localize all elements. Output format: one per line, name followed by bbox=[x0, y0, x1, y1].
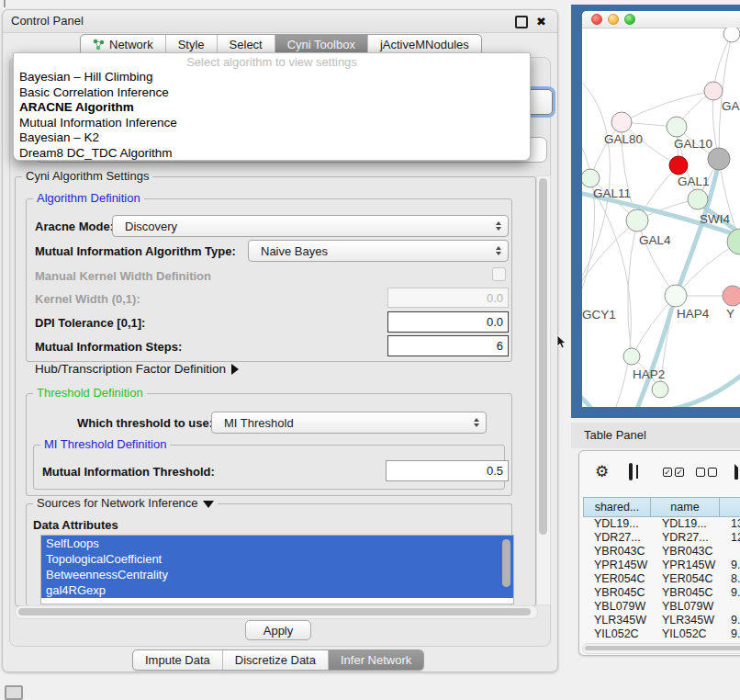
table-cell: YPR145W bbox=[583, 559, 651, 572]
network-node[interactable] bbox=[626, 209, 648, 231]
close-window-icon[interactable] bbox=[591, 14, 602, 25]
network-node-label: GAL bbox=[722, 99, 740, 113]
network-node[interactable] bbox=[582, 169, 600, 187]
algorithm-option[interactable]: Bayesian – K2 bbox=[14, 130, 530, 146]
close-panel-icon[interactable]: ✖ bbox=[536, 16, 546, 28]
apply-button[interactable]: Apply bbox=[245, 620, 311, 640]
table-row[interactable]: YLR345WYLR345W9. bbox=[583, 614, 740, 627]
algorithm-option[interactable]: Bayesian – Hill Climbing bbox=[14, 70, 530, 85]
table-row[interactable]: YBR043CYBR043C bbox=[583, 545, 740, 559]
network-node[interactable] bbox=[623, 348, 640, 365]
which-threshold-combobox[interactable]: MI Threshold bbox=[211, 412, 487, 434]
unselect-all-checkboxes-icon[interactable] bbox=[696, 468, 717, 477]
network-node[interactable] bbox=[611, 112, 632, 132]
tab-cyni-toolbox[interactable]: Cyni Toolbox bbox=[275, 35, 367, 54]
table-column-header[interactable] bbox=[720, 497, 740, 517]
dpi-tolerance-field[interactable]: 0.0 bbox=[387, 311, 509, 333]
tab-infer-network[interactable]: Infer Network bbox=[328, 650, 423, 670]
network-graph[interactable]: GALGAL80GAL10GAL1GAL11SWI4GAL4GCY1HAP4YH… bbox=[582, 28, 740, 407]
table-row[interactable]: YBL079WYBL079W bbox=[583, 600, 740, 614]
combo-arrows-icon bbox=[474, 418, 479, 427]
network-node-label: GAL10 bbox=[674, 137, 712, 151]
table-row[interactable]: YIL052CYIL052C9. bbox=[583, 627, 740, 641]
list-vscrollbar-thumb[interactable] bbox=[502, 539, 510, 587]
dpi-tolerance-label: DPI Tolerance [0,1]: bbox=[35, 316, 145, 330]
kernel-width-field[interactable]: 0.0 bbox=[387, 288, 509, 308]
expander-collapsed-icon bbox=[231, 364, 239, 375]
table-hscrollbar-thumb[interactable] bbox=[585, 646, 740, 650]
data-attributes-list[interactable]: SelfLoopsTopologicalCoefficientBetweenne… bbox=[40, 535, 514, 604]
settings-vscrollbar-track[interactable] bbox=[536, 175, 551, 605]
control-panel-titlebar: Control Panel ✖ bbox=[3, 10, 557, 33]
network-node[interactable] bbox=[708, 148, 730, 170]
network-edge bbox=[582, 391, 597, 407]
mi-algorithm-type-combobox[interactable]: Naive Bayes bbox=[248, 240, 509, 262]
algorithm-option[interactable]: ARACNE Algorithm bbox=[14, 100, 530, 116]
network-node[interactable] bbox=[704, 82, 723, 100]
tab-style[interactable]: Style bbox=[165, 35, 217, 54]
table-hscrollbar-track[interactable] bbox=[582, 643, 740, 654]
dropdown-placeholder: Select algorithm to view settings bbox=[14, 53, 530, 70]
data-attribute-item[interactable]: SelfLoops bbox=[41, 536, 513, 551]
tab-select[interactable]: Select bbox=[217, 35, 275, 54]
split-view-icon[interactable] bbox=[629, 463, 633, 480]
data-attribute-item[interactable]: TopologicalCoefficient bbox=[41, 551, 513, 567]
algorithm-option[interactable]: Dream8 DC_TDC Algorithm bbox=[14, 146, 530, 162]
algorithm-option[interactable]: Basic Correlation Inference bbox=[14, 85, 530, 101]
minimized-panel-icon[interactable] bbox=[5, 685, 23, 700]
zoom-window-icon[interactable] bbox=[624, 14, 635, 25]
network-node[interactable] bbox=[667, 117, 687, 137]
table-row[interactable]: YDR27...YDR27...12 bbox=[583, 531, 740, 545]
table-row[interactable]: YDL19...YDL19...13 bbox=[583, 517, 740, 531]
table-settings-gear-icon[interactable]: ⚙ bbox=[595, 464, 609, 480]
hub-definition-label: Hub/Transcription Factor Definition bbox=[35, 362, 226, 376]
mi-steps-field[interactable]: 6 bbox=[387, 335, 509, 356]
manual-kernel-width-checkbox[interactable] bbox=[492, 267, 506, 281]
network-node-label: GAL1 bbox=[678, 175, 710, 188]
tab-jactivemnodules[interactable]: jActiveMNodules bbox=[367, 35, 481, 54]
table-cell: YER054C bbox=[583, 572, 651, 586]
tab-impute-data[interactable]: Impute Data bbox=[133, 650, 222, 670]
table-cell: 9. bbox=[720, 614, 740, 627]
table-cell: YBL079W bbox=[583, 600, 651, 614]
table-panel-titlebar: Table Panel bbox=[571, 423, 740, 448]
table-row[interactable]: YER054CYER054C8. bbox=[583, 572, 740, 586]
settings-vscrollbar-thumb[interactable] bbox=[539, 178, 547, 535]
table-column-header[interactable]: shared... bbox=[583, 497, 651, 517]
aracne-mode-combobox[interactable]: Discovery bbox=[112, 215, 509, 237]
select-all-checkboxes-icon[interactable]: ✓✓ bbox=[663, 468, 684, 477]
table-header-row[interactable]: shared...name bbox=[583, 497, 740, 517]
network-node[interactable] bbox=[665, 285, 687, 307]
network-node[interactable] bbox=[669, 156, 688, 175]
network-node[interactable] bbox=[723, 286, 740, 306]
float-panel-icon[interactable] bbox=[515, 16, 528, 28]
table-column-header[interactable]: name bbox=[651, 497, 720, 517]
network-edge bbox=[622, 91, 713, 122]
network-node[interactable] bbox=[688, 189, 708, 209]
table-cell: YDR27... bbox=[651, 531, 720, 545]
table-row[interactable]: YBR045CYBR045C9. bbox=[583, 586, 740, 600]
network-tab-icon bbox=[93, 39, 105, 51]
network-node[interactable] bbox=[723, 28, 740, 42]
algorithm-option[interactable]: Mutual Information Inference bbox=[14, 116, 530, 131]
minimize-window-icon[interactable] bbox=[608, 14, 619, 25]
data-attribute-item[interactable]: gal4RGexp bbox=[41, 582, 513, 598]
table-cell: YDL19... bbox=[583, 517, 651, 531]
algorithm-dropdown-popup: Select algorithm to view settings Bayesi… bbox=[13, 52, 531, 161]
table-cell: YDR27... bbox=[583, 531, 651, 545]
tab-network[interactable]: Network bbox=[81, 35, 165, 54]
settings-hscrollbar-thumb[interactable] bbox=[18, 608, 531, 615]
table-row[interactable]: YPR145WYPR145W9. bbox=[583, 559, 740, 572]
settings-hscrollbar-track[interactable] bbox=[15, 605, 538, 619]
new-document-icon[interactable] bbox=[734, 462, 738, 480]
data-attribute-item[interactable]: BetweennessCentrality bbox=[41, 567, 513, 582]
network-node[interactable] bbox=[652, 381, 668, 398]
mi-algorithm-type-value: Naive Bayes bbox=[261, 244, 328, 258]
window-edge-fragment bbox=[4, 0, 6, 7]
table-cell: YIL052C bbox=[583, 627, 651, 641]
network-node-label: GCY1 bbox=[582, 308, 616, 322]
tab-discretize-data[interactable]: Discretize Data bbox=[222, 650, 328, 670]
mi-threshold-field[interactable]: 0.5 bbox=[386, 460, 509, 481]
hub-definition-expander[interactable]: Hub/Transcription Factor Definition bbox=[35, 362, 239, 376]
kernel-width-label: Kernel Width (0,1): bbox=[35, 292, 140, 306]
